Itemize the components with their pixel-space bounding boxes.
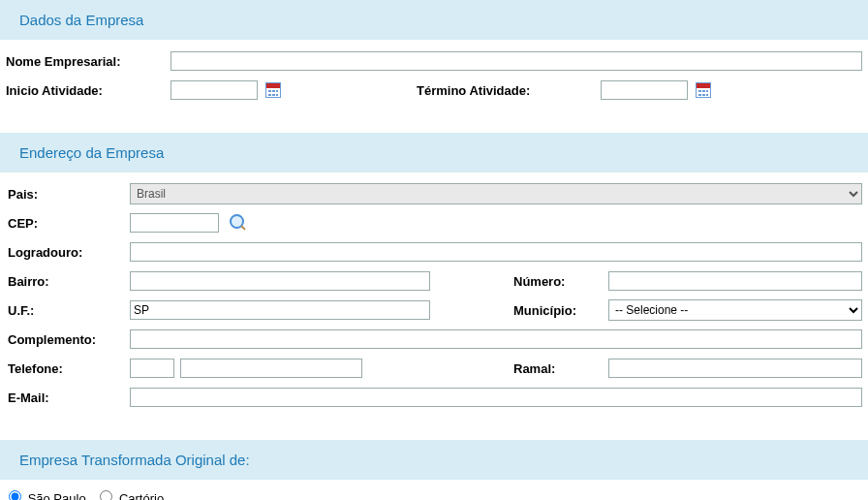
- pais-select[interactable]: Brasil: [130, 183, 862, 204]
- label-pais: Pais:: [6, 187, 130, 202]
- section-title: Dados da Empresa: [19, 12, 143, 28]
- calendar-icon[interactable]: [696, 82, 711, 98]
- radio-sp-label: São Paulo: [28, 491, 86, 500]
- cep-input[interactable]: [130, 213, 219, 233]
- radio-option-cartorio[interactable]: Cartório: [95, 491, 164, 500]
- label-complemento: Complemento:: [6, 332, 130, 347]
- inicio-input[interactable]: [170, 80, 258, 100]
- label-cep: CEP:: [6, 216, 130, 231]
- section-header-dados: Dados da Empresa: [0, 0, 868, 40]
- section-title: Endereço da Empresa: [19, 144, 164, 161]
- ramal-input[interactable]: [608, 359, 862, 378]
- municipio-select[interactable]: -- Selecione --: [608, 299, 862, 321]
- label-email: E-Mail:: [6, 391, 130, 405]
- radio-option-sp[interactable]: São Paulo: [4, 491, 89, 500]
- label-ramal: Ramal:: [513, 361, 608, 376]
- calendar-icon[interactable]: [265, 82, 281, 98]
- telefone-ddd-input[interactable]: [130, 359, 174, 378]
- nome-input[interactable]: [170, 51, 862, 71]
- label-bairro: Bairro:: [6, 274, 130, 289]
- label-uf: U.F.:: [6, 303, 130, 318]
- label-telefone: Telefone:: [6, 361, 130, 376]
- logradouro-input[interactable]: [130, 242, 862, 262]
- origem-radio-group: São Paulo Cartório: [0, 480, 868, 500]
- termino-input[interactable]: [601, 80, 688, 100]
- bairro-input[interactable]: [130, 271, 430, 291]
- label-numero: Número:: [513, 274, 608, 289]
- section-body-endereco: Pais: Brasil CEP: Logradouro: Bairro: Nú…: [0, 172, 868, 426]
- radio-cartorio-input[interactable]: [100, 490, 112, 500]
- section-header-endereco: Endereço da Empresa: [0, 133, 868, 172]
- section-body-dados: Nome Empresarial: Inicio Atividade: Térm…: [0, 40, 868, 119]
- uf-input[interactable]: [130, 300, 430, 320]
- section-header-origem: Empresa Transformada Original de:: [0, 440, 868, 480]
- label-termino: Término Atividade:: [417, 83, 601, 98]
- search-icon[interactable]: [229, 213, 248, 233]
- telefone-num-input[interactable]: [180, 359, 362, 378]
- radio-sp-input[interactable]: [9, 490, 21, 500]
- section-title: Empresa Transformada Original de:: [19, 452, 250, 468]
- label-inicio: Inicio Atividade:: [6, 83, 170, 98]
- complemento-input[interactable]: [130, 329, 862, 349]
- radio-cartorio-label: Cartório: [119, 491, 164, 500]
- label-municipio: Município:: [513, 303, 608, 318]
- label-nome: Nome Empresarial:: [6, 54, 170, 69]
- numero-input[interactable]: [608, 271, 862, 291]
- label-logradouro: Logradouro:: [6, 245, 130, 260]
- email-input[interactable]: [130, 388, 862, 407]
